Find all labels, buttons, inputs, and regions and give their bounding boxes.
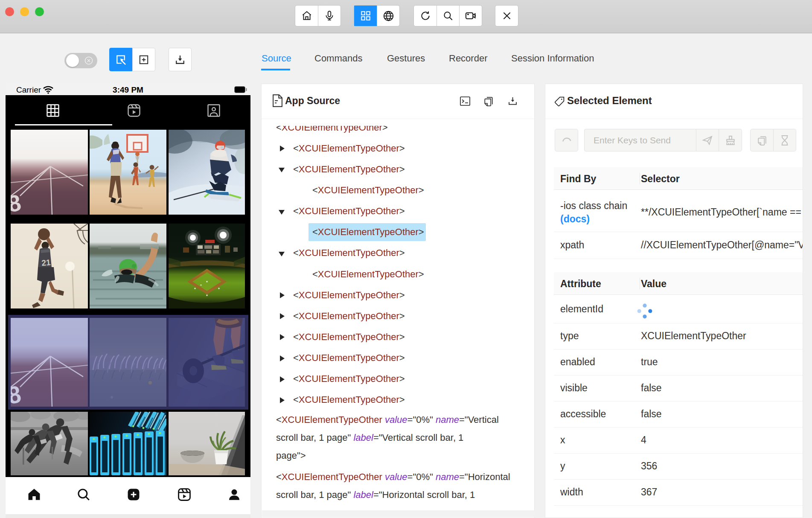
svg-text:21: 21 xyxy=(41,258,51,268)
svg-text:8: 8 xyxy=(11,189,23,215)
svg-text:8: 8 xyxy=(11,381,23,407)
